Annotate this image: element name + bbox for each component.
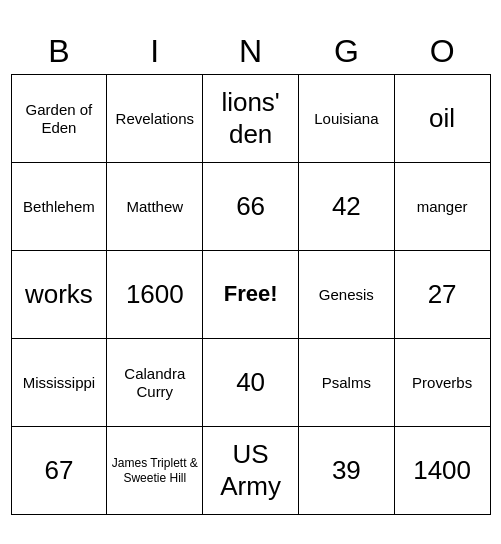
cell-r0-c1: Revelations	[107, 75, 203, 163]
cell-r2-c3: Genesis	[298, 251, 394, 339]
cell-r2-c4: 27	[394, 251, 490, 339]
cell-r1-c0: Bethlehem	[11, 163, 107, 251]
cell-r4-c3: 39	[298, 427, 394, 515]
cell-r4-c2: US Army	[203, 427, 299, 515]
cell-r2-c0: works	[11, 251, 107, 339]
cell-r0-c0: Garden of Eden	[11, 75, 107, 163]
cell-r3-c2: 40	[203, 339, 299, 427]
cell-r3-c3: Psalms	[298, 339, 394, 427]
cell-r4-c0: 67	[11, 427, 107, 515]
cell-r3-c4: Proverbs	[394, 339, 490, 427]
cell-r4-c1: James Triplett & Sweetie Hill	[107, 427, 203, 515]
header-o: O	[394, 29, 490, 75]
header-g: G	[298, 29, 394, 75]
header-i: I	[107, 29, 203, 75]
header-n: N	[203, 29, 299, 75]
cell-r1-c4: manger	[394, 163, 490, 251]
cell-r3-c0: Mississippi	[11, 339, 107, 427]
cell-r1-c3: 42	[298, 163, 394, 251]
header-b: B	[11, 29, 107, 75]
cell-r2-c1: 1600	[107, 251, 203, 339]
cell-r1-c1: Matthew	[107, 163, 203, 251]
cell-r0-c4: oil	[394, 75, 490, 163]
cell-r1-c2: 66	[203, 163, 299, 251]
bingo-card: B I N G O Garden of EdenRevelationslions…	[11, 29, 491, 515]
cell-r2-c2: Free!	[203, 251, 299, 339]
cell-r0-c3: Louisiana	[298, 75, 394, 163]
cell-r3-c1: Calandra Curry	[107, 339, 203, 427]
cell-r4-c4: 1400	[394, 427, 490, 515]
cell-r0-c2: lions' den	[203, 75, 299, 163]
